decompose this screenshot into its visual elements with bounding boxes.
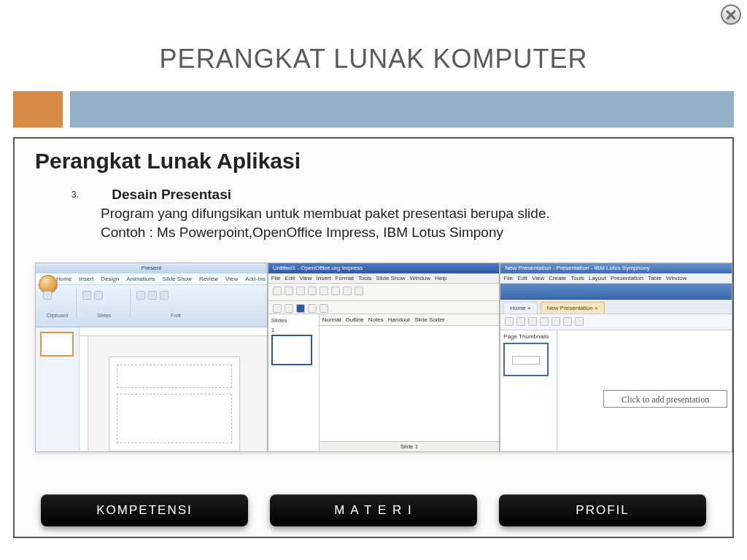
- pp-tab: Add-Ins: [245, 276, 266, 282]
- im-view-tab: Outline: [345, 316, 363, 323]
- im-thumb: [271, 335, 312, 365]
- im-slide-panel: Slides 1: [268, 314, 320, 451]
- nav-buttons: KOMPETENSI M A T E R I PROFIL: [15, 494, 732, 526]
- sy-menu-item: File: [503, 275, 513, 281]
- sy-menu-item: Tools: [570, 275, 584, 281]
- pp-group-label: Clipboard: [39, 313, 76, 318]
- pp-tab: Slide Show: [163, 276, 192, 282]
- nav-materi[interactable]: M A T E R I: [270, 494, 477, 526]
- accent-orange: [13, 91, 63, 128]
- sy-thumb: [503, 343, 549, 376]
- im-menu-item: Tools: [358, 275, 372, 281]
- screenshot-row: Present Home Insert Design Animations Sl…: [35, 262, 732, 452]
- im-view-tabs: Normal Outline Notes Handout Slide Sorte…: [320, 314, 500, 326]
- accent-bar: [13, 91, 734, 128]
- body-line-2: Contoh : Ms Powerpoint,OpenOffice Impres…: [101, 225, 712, 241]
- pp-tab: Animations: [126, 276, 155, 282]
- sy-menu-item: Presentation: [611, 275, 643, 281]
- pp-tab: Home: [56, 276, 71, 282]
- pp-ribbon: Clipboard Slides Font: [36, 285, 267, 327]
- list-title: Desain Presentasi: [112, 187, 231, 202]
- sy-menu-item: Edit: [517, 275, 527, 281]
- sy-doc-tabs: Home × New Presentation ×: [500, 300, 732, 314]
- pp-tab: Insert: [79, 276, 93, 282]
- im-menu-item: Insert: [317, 275, 331, 281]
- content-frame: Perangkat Lunak Aplikasi 3. Desain Prese…: [13, 137, 734, 538]
- sy-thumb-panel: Page Thumbnails: [500, 330, 557, 451]
- pp-group-label: Slides: [78, 313, 130, 318]
- pp-slide-area: [109, 357, 240, 451]
- sy-menu-item: Table: [648, 275, 662, 281]
- im-menu-item: Edit: [285, 275, 295, 281]
- nav-profil[interactable]: PROFIL: [499, 494, 706, 526]
- slide-title-area: PERANGKAT LUNAK KOMPUTER: [0, 44, 747, 74]
- sy-tab-doc: New Presentation ×: [541, 302, 605, 314]
- sy-toolbar-2: [500, 314, 732, 330]
- im-menu-item: Format: [336, 275, 354, 281]
- screenshot-impress: Untitled1 - OpenOffice.org Impress File …: [268, 262, 500, 452]
- sy-menu-item: Window: [666, 275, 686, 281]
- sy-menubar: File Edit View Create Tools Layout Prese…: [500, 273, 732, 284]
- im-menu-item: Help: [435, 275, 446, 281]
- im-panel-label: Slides: [271, 317, 316, 324]
- section-heading: Perangkat Lunak Aplikasi: [35, 149, 712, 174]
- sy-canvas: Click to add presentation: [557, 330, 732, 451]
- screenshot-powerpoint: Present Home Insert Design Animations Sl…: [35, 262, 268, 452]
- im-canvas: [320, 326, 500, 441]
- im-menu-item: File: [271, 275, 281, 281]
- pp-tab: View: [225, 276, 238, 282]
- close-icon[interactable]: [721, 4, 741, 25]
- slide-title: PERANGKAT LUNAK KOMPUTER: [0, 44, 747, 74]
- list-item: 3. Desain Presentasi: [71, 187, 712, 203]
- body-line-1: Program yang difungsikan untuk membuat p…: [101, 206, 712, 222]
- im-view-tab: Normal: [322, 316, 341, 323]
- accent-blue: [70, 91, 734, 128]
- pp-slide-panel: [36, 327, 80, 451]
- sy-tab-home: Home ×: [503, 302, 537, 314]
- im-toolbar-2: [268, 301, 500, 314]
- sy-placeholder: Click to add presentation: [603, 390, 727, 408]
- im-view-tab: Notes: [368, 316, 384, 323]
- im-toolbar: [268, 284, 500, 301]
- pp-canvas: [80, 327, 267, 451]
- pp-tab: Review: [199, 276, 218, 282]
- nav-kompetensi[interactable]: KOMPETENSI: [41, 494, 248, 526]
- im-status: Slide 1: [320, 441, 500, 451]
- im-titlebar: Untitled1 - OpenOffice.org Impress: [268, 263, 500, 273]
- sy-toolbar: [500, 284, 732, 300]
- im-menu-item: Window: [410, 275, 430, 281]
- screenshot-symphony: New Presentation - Presentation - IBM Lo…: [500, 262, 732, 452]
- im-menu-item: View: [299, 275, 311, 281]
- pp-titlebar: Present: [36, 263, 267, 273]
- im-view-tab: Handout: [388, 316, 410, 323]
- sy-panel-label: Page Thumbnails: [503, 333, 554, 340]
- list-number: 3.: [71, 190, 79, 200]
- sy-titlebar: New Presentation - Presentation - IBM Lo…: [500, 263, 732, 273]
- sy-menu-item: View: [532, 275, 544, 281]
- slide: PERANGKAT LUNAK KOMPUTER Perangkat Lunak…: [0, 0, 747, 560]
- im-menubar: File Edit View Insert Format Tools Slide…: [268, 273, 500, 284]
- im-view-tab: Slide Sorter: [414, 316, 445, 323]
- pp-tab: Design: [101, 276, 119, 282]
- pp-group-label: Font: [132, 313, 220, 318]
- pp-thumb: [40, 332, 74, 357]
- im-menu-item: Slide Show: [376, 275, 406, 281]
- sy-menu-item: Create: [549, 275, 566, 281]
- sy-menu-item: Layout: [589, 275, 606, 281]
- pp-ribbon-tabs: Home Insert Design Animations Slide Show…: [36, 273, 267, 285]
